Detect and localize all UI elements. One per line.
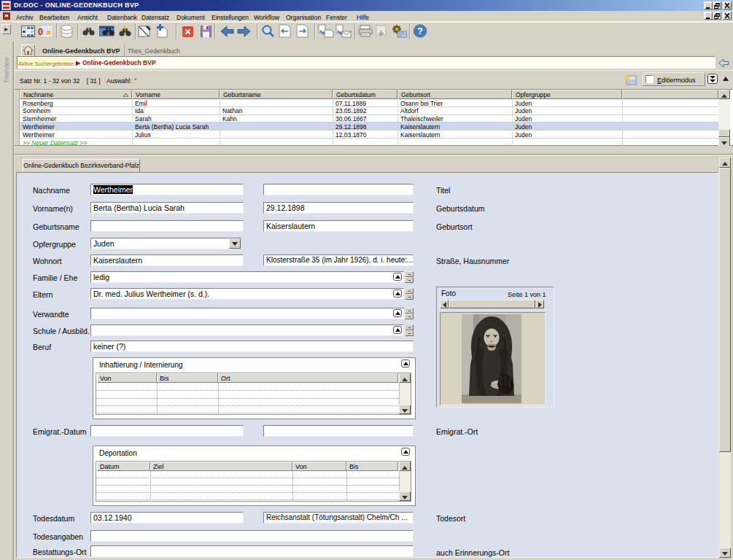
svg-text:0: 0	[38, 26, 43, 37]
svg-text:?: ?	[417, 26, 423, 36]
